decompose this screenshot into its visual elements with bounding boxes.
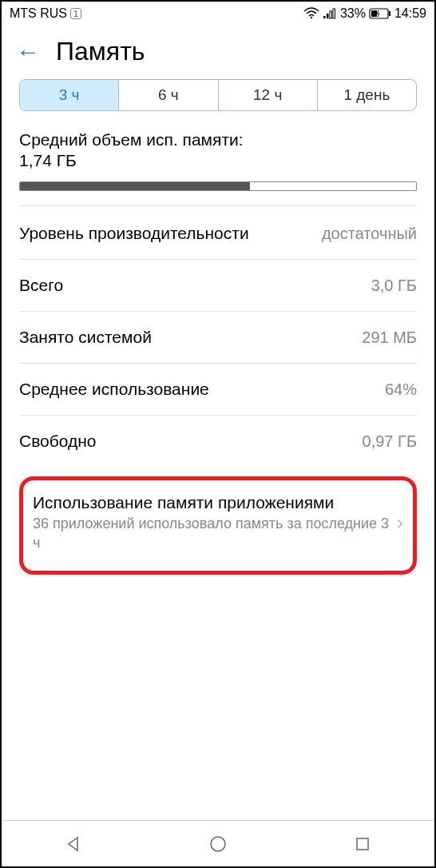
row-avg-usage: Среднее использование 64% <box>19 364 417 416</box>
signal-icon <box>323 8 337 19</box>
battery-icon <box>369 8 391 19</box>
navigation-bar <box>2 820 434 866</box>
back-arrow-icon[interactable]: ← <box>16 40 40 64</box>
apps-memory-highlight: Использование памяти приложениями 36 при… <box>19 476 417 575</box>
free-value: 0,97 ГБ <box>363 432 417 451</box>
usage-value: 1,74 ГБ <box>19 151 417 170</box>
status-right: 33% 14:59 <box>303 6 426 21</box>
nav-back-button[interactable] <box>61 832 85 856</box>
memory-progress-bar <box>19 181 417 191</box>
system-label: Занято системой <box>19 328 362 347</box>
tab-1day[interactable]: 1 день <box>318 80 416 110</box>
sim-badge: 1 <box>70 8 81 19</box>
header: ← Память <box>2 26 434 79</box>
apps-memory-sub: 36 приложений использовало память за пос… <box>33 514 390 553</box>
nav-home-button[interactable] <box>206 832 230 856</box>
apps-memory-title: Использование памяти приложениями <box>33 493 390 512</box>
svg-rect-3 <box>330 11 332 18</box>
page-title: Память <box>56 37 145 66</box>
total-label: Всего <box>19 276 371 295</box>
clock: 14:59 <box>394 6 426 21</box>
svg-rect-2 <box>327 14 329 18</box>
nav-recent-button[interactable] <box>351 832 375 856</box>
performance-value: достаточный <box>322 225 417 243</box>
row-system: Занято системой 291 МБ <box>19 312 417 364</box>
time-range-tabs: 3 ч 6 ч 12 ч 1 день <box>19 79 417 111</box>
svg-rect-6 <box>389 11 390 16</box>
battery-percent: 33% <box>340 6 366 21</box>
total-value: 3,0 ГБ <box>371 277 417 295</box>
memory-progress-fill <box>20 182 250 190</box>
apps-memory-text: Использование памяти приложениями 36 при… <box>33 493 390 553</box>
wifi-icon <box>303 7 319 20</box>
status-left: MTS RUS 1 <box>10 6 81 21</box>
apps-memory-row[interactable]: Использование памяти приложениями 36 при… <box>33 493 403 553</box>
avg-usage-label: Среднее использование <box>19 380 385 399</box>
usage-label: Средний объем исп. памяти: <box>19 130 417 149</box>
row-total: Всего 3,0 ГБ <box>19 260 417 312</box>
status-bar: MTS RUS 1 33% 14:59 <box>2 2 434 26</box>
tab-6h[interactable]: 6 ч <box>119 80 218 110</box>
chevron-right-icon: › <box>397 512 403 534</box>
system-value: 291 МБ <box>362 328 417 347</box>
svg-rect-1 <box>323 16 326 18</box>
avg-usage-value: 64% <box>385 380 417 399</box>
performance-label: Уровень производительности <box>19 224 322 243</box>
row-performance: Уровень производительности достаточный <box>19 208 417 260</box>
svg-rect-7 <box>371 10 377 17</box>
svg-point-0 <box>311 17 312 18</box>
carrier-label: MTS RUS <box>10 6 67 21</box>
usage-section: Средний объем исп. памяти: 1,74 ГБ <box>19 130 417 206</box>
free-label: Свободно <box>19 432 363 451</box>
content: 3 ч 6 ч 12 ч 1 день Средний объем исп. п… <box>2 79 434 820</box>
svg-rect-9 <box>357 838 368 850</box>
svg-rect-4 <box>333 9 335 18</box>
row-free: Свободно 0,97 ГБ <box>19 416 417 467</box>
svg-point-8 <box>211 837 225 851</box>
tab-3h[interactable]: 3 ч <box>20 80 119 110</box>
tab-12h[interactable]: 12 ч <box>219 80 318 110</box>
